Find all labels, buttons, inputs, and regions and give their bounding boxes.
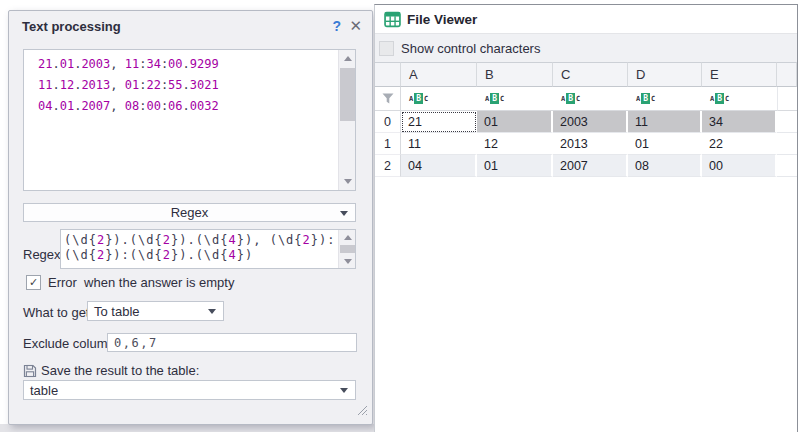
grid-cell-E1[interactable]: 22	[702, 133, 777, 155]
what-to-get-dropdown[interactable]: To table	[87, 301, 224, 321]
abc-type-badge: ABC	[710, 93, 729, 104]
regex-text: (\d{2}).(\d{2}).(\d{4}), (\d{2}):(\d{2})…	[64, 233, 337, 263]
regex-label: Regex	[23, 247, 61, 262]
filter-filler-cell	[777, 87, 797, 111]
row-filler-cell	[777, 133, 797, 155]
exclude-columns-input[interactable]: 0,6,7	[107, 333, 357, 352]
exclude-columns-value: 0,6,7	[114, 336, 158, 350]
grid-cell-E0[interactable]: 34	[702, 111, 777, 133]
grid-cell-A2[interactable]: 04	[401, 155, 477, 177]
grid-cell-C0[interactable]: 2003	[553, 111, 628, 133]
regex-input[interactable]: (\d{2}).(\d{2}).(\d{4}), (\d{2}):(\d{2})…	[60, 229, 356, 269]
column-header-E[interactable]: E	[702, 62, 777, 87]
column-header-C[interactable]: C	[553, 62, 628, 87]
save-row: Save the result to the table:	[23, 363, 199, 378]
show-control-characters-label: Show control characters	[401, 41, 540, 56]
abc-type-badge: ABC	[409, 93, 428, 104]
grid-cell-C2[interactable]: 2007	[553, 155, 628, 177]
column-header-A[interactable]: A	[401, 62, 477, 87]
error-checkbox-label: Error when the answer is empty	[48, 275, 234, 290]
scroll-down-icon[interactable]	[339, 255, 356, 267]
grid-cell-A0[interactable]: 21	[401, 111, 477, 133]
show-control-characters-row: Show control characters	[375, 34, 797, 62]
what-to-get-label: What to get	[23, 305, 89, 320]
column-type-cell-A[interactable]: ABC	[401, 87, 477, 111]
column-type-cell-E[interactable]: ABC	[702, 87, 777, 111]
abc-type-badge: ABC	[485, 93, 504, 104]
checkmark-icon: ✓	[29, 276, 38, 289]
source-scrollbar[interactable]	[338, 50, 355, 190]
column-header-D[interactable]: D	[628, 62, 702, 87]
what-to-get-value: To table	[94, 304, 140, 319]
save-icon	[23, 364, 37, 378]
grid-cell-D1[interactable]: 01	[628, 133, 702, 155]
abc-type-badge: ABC	[636, 93, 655, 104]
row-index-2[interactable]: 2	[375, 155, 401, 177]
row-filler-cell	[777, 155, 797, 177]
abc-type-badge: ABC	[561, 93, 580, 104]
scroll-thumb[interactable]	[340, 245, 355, 253]
resize-grip-icon	[355, 403, 368, 416]
column-type-cell-D[interactable]: ABC	[628, 87, 702, 111]
row-filler-cell	[777, 111, 797, 133]
grid-cell-D0[interactable]: 11	[628, 111, 702, 133]
grid-corner-cell[interactable]	[375, 62, 401, 87]
background-strip	[0, 424, 374, 432]
row-index-0[interactable]: 0	[375, 111, 401, 133]
mode-dropdown[interactable]: Regex	[23, 203, 356, 222]
dialog-title: Text processing	[22, 19, 121, 34]
resize-grip[interactable]	[355, 402, 368, 420]
scroll-down-icon[interactable]	[339, 174, 356, 189]
table-dropdown[interactable]: table	[23, 380, 356, 400]
grid-cell-C1[interactable]: 2013	[553, 133, 628, 155]
row-index-1[interactable]: 1	[375, 133, 401, 155]
column-header-B[interactable]: B	[477, 62, 553, 87]
grid-cell-B2[interactable]: 01	[477, 155, 553, 177]
error-checkbox-row: ✓ Error when the answer is empty	[26, 275, 234, 290]
filter-cell[interactable]	[375, 87, 401, 111]
column-type-cell-C[interactable]: ABC	[553, 87, 628, 111]
file-viewer-panel: File Viewer Show control characters ABCD…	[374, 4, 798, 432]
scroll-thumb[interactable]	[340, 68, 355, 121]
scroll-up-icon[interactable]	[339, 231, 356, 243]
table-dropdown-value: table	[30, 383, 58, 398]
save-label: Save the result to the table:	[41, 363, 199, 378]
chevron-down-icon	[340, 388, 348, 393]
mode-dropdown-value: Regex	[171, 205, 209, 220]
column-header-filler	[777, 62, 797, 87]
help-icon[interactable]: ?	[332, 18, 341, 34]
grid-cell-A1[interactable]: 11	[401, 133, 477, 155]
chevron-down-icon	[208, 309, 216, 314]
grid-cell-D2[interactable]: 08	[628, 155, 702, 177]
regex-scrollbar[interactable]	[338, 230, 355, 268]
text-processing-dialog: Text processing ? ✕ 21.01.2003, 11:34:00…	[8, 10, 373, 425]
source-text-area[interactable]: 21.01.2003, 11:34:00.929911.12.2013, 01:…	[23, 49, 356, 191]
file-viewer-header: File Viewer	[375, 5, 797, 34]
grid-cell-B0[interactable]: 01	[477, 111, 553, 133]
data-grid: ABCDEABCABCABCABCABC02101200311341111220…	[375, 62, 797, 177]
file-viewer-title: File Viewer	[407, 12, 477, 27]
chevron-down-icon	[340, 211, 348, 216]
source-text: 21.01.2003, 11:34:00.929911.12.2013, 01:…	[24, 54, 337, 190]
grid-cell-B1[interactable]: 12	[477, 133, 553, 155]
table-grid-icon	[384, 11, 401, 28]
scroll-up-icon[interactable]	[339, 51, 356, 66]
close-icon[interactable]: ✕	[349, 17, 362, 35]
column-type-cell-B[interactable]: ABC	[477, 87, 553, 111]
show-control-characters-checkbox[interactable]	[379, 41, 394, 56]
error-checkbox[interactable]: ✓	[26, 275, 41, 290]
grid-cell-E2[interactable]: 00	[702, 155, 777, 177]
filter-funnel-icon	[382, 93, 394, 104]
